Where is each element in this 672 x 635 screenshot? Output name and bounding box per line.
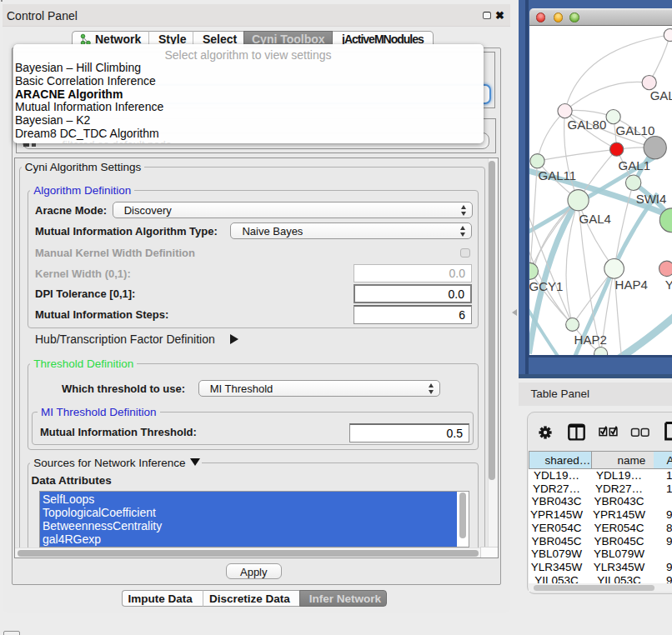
svg-text:GAL11: GAL11 [538,168,576,182]
svg-text:GAL10: GAL10 [615,123,654,138]
svg-text:GAL1: GAL1 [618,158,649,172]
svg-text:GAL80: GAL80 [567,118,606,132]
svg-text:SWI4: SWI4 [635,192,666,206]
svg-text:HAP4: HAP4 [614,278,647,292]
svg-text:Y: Y [664,278,671,292]
svg-text:GAL4: GAL4 [579,212,610,226]
svg-text:GCY1: GCY1 [529,279,563,293]
svg-text:HAP2: HAP2 [574,332,606,347]
svg-text:GAL7: GAL7 [649,88,672,102]
